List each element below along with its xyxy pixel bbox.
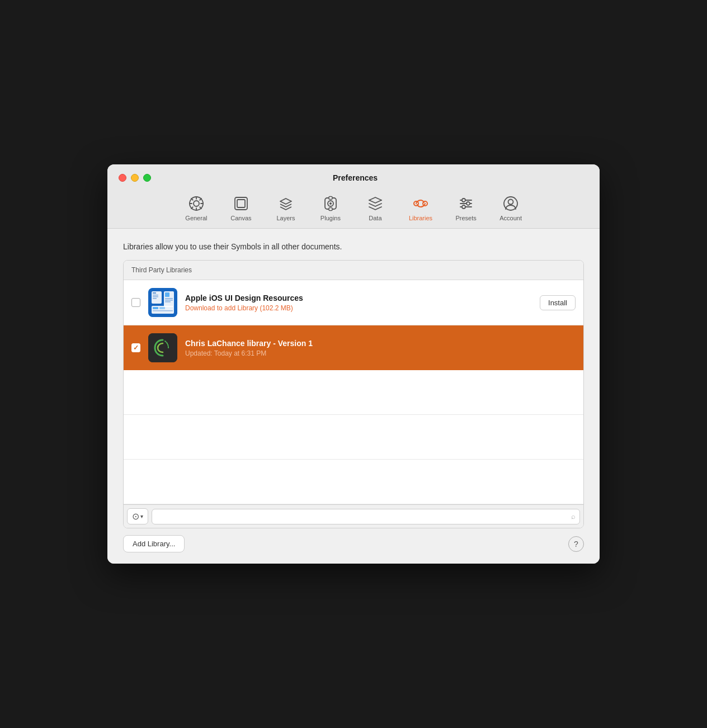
toolbar: General Canvas <box>163 189 544 228</box>
libraries-container: Third Party Libraries <box>123 260 584 528</box>
layers-icon <box>277 195 295 212</box>
add-library-button[interactable]: Add Library... <box>123 535 185 552</box>
svg-rect-32 <box>153 298 157 299</box>
library-thumb-chris <box>148 333 177 362</box>
presets-label: Presets <box>455 215 476 221</box>
library-name-ios: Apple iOS UI Design Resources <box>185 294 540 302</box>
svg-rect-31 <box>153 296 158 297</box>
svg-rect-15 <box>329 197 332 200</box>
checkbox-chris[interactable] <box>131 343 140 352</box>
search-bar-container: ⌕ <box>152 509 580 524</box>
bottom-bar: ⊙ ▾ ⌕ <box>124 504 583 528</box>
tab-plugins[interactable]: Plugins <box>308 189 353 228</box>
svg-line-7 <box>200 207 201 209</box>
canvas-label: Canvas <box>230 215 251 221</box>
empty-row-1 <box>124 370 583 415</box>
general-icon <box>187 195 205 212</box>
svg-rect-16 <box>329 208 332 211</box>
svg-rect-40 <box>159 307 165 309</box>
plugins-label: Plugins <box>320 215 341 221</box>
svg-point-24 <box>462 205 465 209</box>
svg-rect-29 <box>153 292 156 294</box>
svg-rect-34 <box>165 292 169 297</box>
dropdown-chevron-icon: ▾ <box>140 513 143 519</box>
svg-point-1 <box>194 201 199 206</box>
svg-point-14 <box>329 202 332 205</box>
data-label: Data <box>369 215 381 221</box>
actions-icon: ⊙ <box>132 511 139 522</box>
library-item-chris[interactable]: Chris LaChance library - Version 1 Updat… <box>124 325 583 370</box>
svg-line-9 <box>191 207 193 209</box>
libraries-label: Libraries <box>409 215 432 221</box>
svg-rect-37 <box>165 301 171 302</box>
section-header: Third Party Libraries <box>124 261 583 280</box>
svg-point-22 <box>462 198 465 202</box>
library-info-chris: Chris LaChance library - Version 1 Updat… <box>185 339 576 357</box>
checkbox-ios[interactable] <box>131 298 140 307</box>
presets-icon <box>457 195 475 212</box>
actions-dropdown[interactable]: ⊙ ▾ <box>127 508 148 524</box>
tab-data[interactable]: Data <box>353 189 398 228</box>
library-info-ios: Apple iOS UI Design Resources Download t… <box>185 294 540 312</box>
data-icon <box>366 195 384 212</box>
description-text: Libraries allow you to use their Symbols… <box>123 242 584 251</box>
titlebar: Preferences <box>107 164 600 229</box>
window-controls <box>119 174 151 182</box>
library-name-chris: Chris LaChance library - Version 1 <box>185 339 576 348</box>
svg-rect-11 <box>237 200 245 207</box>
preferences-window: Preferences <box>107 164 600 564</box>
content-area: Libraries allow you to use their Symbols… <box>107 229 600 564</box>
footer: Add Library... ? <box>123 528 584 552</box>
search-input[interactable] <box>152 509 580 524</box>
account-icon <box>502 195 520 212</box>
svg-rect-41 <box>153 310 173 311</box>
close-button[interactable] <box>119 174 126 182</box>
svg-point-26 <box>508 200 513 205</box>
svg-point-23 <box>466 202 470 205</box>
layers-label: Layers <box>276 215 295 221</box>
svg-line-6 <box>191 198 193 200</box>
tab-general[interactable]: General <box>174 189 219 228</box>
empty-row-3 <box>124 460 583 504</box>
install-button-ios[interactable]: Install <box>540 295 576 310</box>
account-label: Account <box>499 215 522 221</box>
tab-libraries[interactable]: Libraries <box>398 189 444 228</box>
canvas-icon <box>232 195 250 212</box>
svg-line-8 <box>200 198 201 200</box>
window-title: Preferences <box>151 173 559 182</box>
svg-rect-42 <box>148 333 177 362</box>
library-subtitle-ios: Download to add Library (102.2 MB) <box>185 304 540 312</box>
svg-rect-39 <box>153 307 158 309</box>
library-item-ios[interactable]: Apple iOS UI Design Resources Download t… <box>124 280 583 325</box>
minimize-button[interactable] <box>131 174 139 182</box>
libraries-icon <box>412 195 430 212</box>
svg-rect-30 <box>153 295 158 296</box>
svg-rect-35 <box>165 298 173 299</box>
empty-row-2 <box>124 415 583 460</box>
help-button[interactable]: ? <box>568 536 584 552</box>
library-subtitle-chris: Updated: Today at 6:31 PM <box>185 349 576 357</box>
plugins-icon <box>322 195 340 212</box>
tab-layers[interactable]: Layers <box>263 189 308 228</box>
maximize-button[interactable] <box>143 174 151 182</box>
library-thumb-ios <box>148 288 177 317</box>
tab-account[interactable]: Account <box>488 189 533 228</box>
svg-rect-36 <box>165 300 173 301</box>
tab-presets[interactable]: Presets <box>444 189 488 228</box>
general-label: General <box>185 215 207 221</box>
tab-canvas[interactable]: Canvas <box>219 189 263 228</box>
